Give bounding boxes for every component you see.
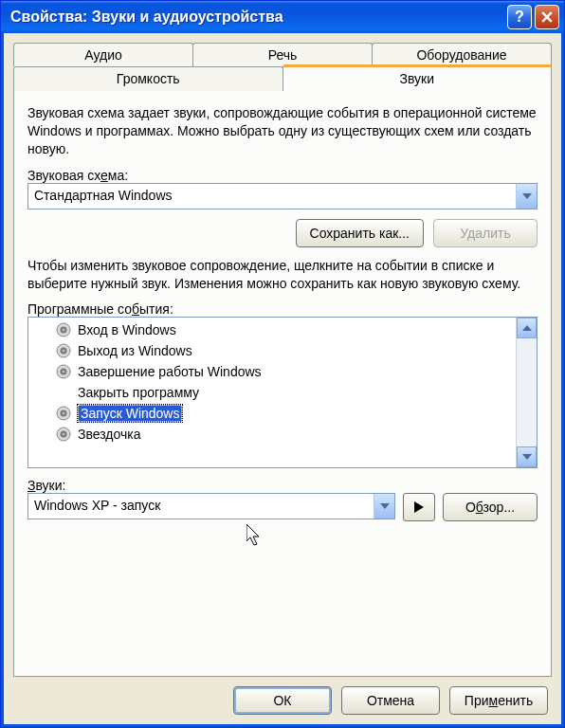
tab-volume[interactable]: Громкость (13, 66, 283, 91)
list-item-label: Запуск Windows (78, 405, 182, 422)
tab-audio[interactable]: Аудио (13, 43, 193, 66)
apply-button[interactable]: Применить (449, 686, 548, 715)
list-item[interactable]: Вход в Windows (28, 319, 516, 340)
speaker-icon (55, 384, 72, 401)
list-item-label: Завершение работы Windows (78, 364, 262, 379)
ok-button[interactable]: ОК (233, 686, 332, 715)
sound-file-dropdown[interactable]: Windows XP - запуск (27, 493, 395, 519)
help-button[interactable]: ? (507, 5, 532, 29)
list-item-label: Звездочка (78, 427, 141, 442)
sounds-label: Звуки: (27, 478, 538, 493)
client-area: Аудио Речь Оборудование Громкость Звуки … (1, 33, 564, 727)
list-item-label: Вход в Windows (78, 322, 176, 337)
save-as-button[interactable]: Сохранить как... (296, 219, 424, 247)
chevron-down-icon[interactable] (516, 184, 537, 209)
speaker-icon (55, 405, 72, 422)
speaker-icon (55, 363, 72, 380)
window-title: Свойства: Звуки и аудиоустройства (10, 9, 504, 26)
svg-point-14 (63, 412, 65, 415)
tab-sounds[interactable]: Звуки (282, 64, 553, 91)
list-item[interactable]: Звездочка (28, 424, 516, 445)
scheme-label: Звуковая схема: (27, 168, 538, 183)
list-item-label: Закрыть программу (78, 385, 199, 400)
titlebar[interactable]: Свойства: Звуки и аудиоустройства ? (1, 1, 564, 33)
svg-point-5 (63, 350, 65, 353)
list-item[interactable]: Закрыть программу (28, 382, 516, 403)
list-item[interactable]: Запуск Windows (28, 403, 516, 424)
list-item-label: Выход из Windows (78, 343, 192, 358)
speaker-icon (55, 342, 72, 359)
scroll-up-button[interactable] (517, 318, 537, 338)
svg-point-8 (63, 371, 65, 373)
cancel-button[interactable]: Отмена (341, 686, 440, 715)
tab-strip: Аудио Речь Оборудование Громкость Звуки (13, 43, 552, 91)
chevron-down-icon[interactable] (374, 494, 394, 519)
close-button[interactable] (535, 5, 559, 29)
dialog-button-row: ОК Отмена Применить (13, 677, 552, 719)
list-item[interactable]: Выход из Windows (28, 340, 516, 361)
speaker-icon (55, 321, 72, 338)
scheme-dropdown[interactable]: Стандартная Windows (27, 183, 538, 209)
properties-dialog: Свойства: Звуки и аудиоустройства ? Ауди… (0, 0, 565, 728)
sounds-tab-panel: Звуковая схема задает звуки, сопровождаю… (13, 90, 552, 677)
scrollbar[interactable] (516, 318, 537, 467)
tab-voice[interactable]: Речь (192, 43, 373, 66)
speaker-icon (55, 426, 72, 443)
scheme-description: Звуковая схема задает звуки, сопровождаю… (27, 104, 538, 158)
scheme-value: Стандартная Windows (28, 184, 516, 209)
events-description: Чтобы изменить звуковое сопровождение, щ… (27, 257, 538, 293)
events-label: Программные события: (27, 301, 538, 317)
play-button[interactable] (403, 493, 435, 521)
list-item[interactable]: Завершение работы Windows (28, 361, 516, 382)
play-icon (414, 501, 424, 513)
scroll-down-button[interactable] (517, 446, 537, 467)
events-listbox[interactable]: Вход в WindowsВыход из WindowsЗавершение… (27, 317, 538, 468)
svg-point-17 (63, 433, 65, 436)
tab-hardware[interactable]: Оборудование (372, 43, 552, 66)
close-icon (541, 11, 553, 23)
scroll-track[interactable] (517, 338, 537, 446)
delete-button: Удалить (433, 219, 538, 247)
browse-button[interactable]: Обзор... (443, 493, 538, 521)
sound-file-value: Windows XP - запуск (28, 494, 374, 519)
svg-point-2 (63, 329, 65, 332)
